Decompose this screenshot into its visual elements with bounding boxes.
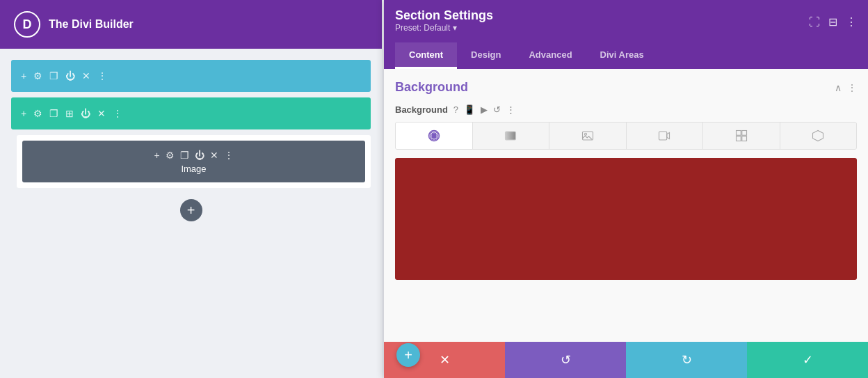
row-add-icon[interactable]: + [21, 108, 26, 119]
bg-type-gradient[interactable] [473, 123, 550, 149]
module-settings-icon[interactable]: ⚙ [166, 150, 175, 161]
svg-rect-6 [736, 131, 741, 136]
bg-type-color[interactable] [396, 123, 473, 149]
fullscreen-icon[interactable]: ⛶ [809, 16, 820, 29]
save-button[interactable]: ✓ [747, 342, 868, 378]
bg-help-icon[interactable]: ? [453, 104, 458, 115]
bg-label-row: Background ? 📱 ▶ ↺ ⋮ [395, 104, 857, 115]
section-settings-icon[interactable]: ⚙ [33, 70, 42, 81]
bg-type-tabs [395, 122, 857, 150]
collapse-icon[interactable]: ∧ [835, 82, 842, 93]
module-power-icon[interactable]: ⏻ [195, 150, 204, 161]
row-settings-icon[interactable]: ⚙ [33, 108, 42, 119]
bg-type-mask[interactable] [780, 123, 857, 149]
builder-content: + ⚙ ❐ ⏻ ✕ ⋮ + ⚙ ❐ ⊞ ⏻ ✕ ⋮ + ⚙ ❐ ⏻ [0, 49, 382, 378]
divi-builder-panel: D The Divi Builder + ⚙ ❐ ⏻ ✕ ⋮ + ⚙ ❐ ⊞ ⏻… [0, 0, 382, 378]
svg-rect-5 [659, 132, 667, 140]
divi-logo[interactable]: D [14, 11, 40, 38]
divi-builder-title: The Divi Builder [49, 18, 134, 31]
module-duplicate-icon[interactable]: ❐ [180, 150, 189, 161]
redo-icon: ↻ [682, 352, 692, 368]
divi-header: D The Divi Builder [0, 0, 382, 49]
bg-type-image[interactable] [549, 123, 627, 149]
row-columns-icon[interactable]: ⊞ [65, 108, 74, 119]
redo-button[interactable]: ↻ [626, 342, 747, 378]
settings-footer: ✕ ↺ ↻ ✓ [384, 342, 868, 378]
add-module-button[interactable]: + [180, 199, 202, 221]
bg-mobile-icon[interactable]: 📱 [464, 104, 475, 115]
module-more-icon[interactable]: ⋮ [224, 150, 234, 161]
svg-rect-2 [506, 132, 516, 140]
background-title: Background [395, 80, 468, 95]
module-label: Image [181, 164, 206, 174]
section-duplicate-icon[interactable]: ❐ [49, 70, 58, 81]
row-delete-icon[interactable]: ✕ [97, 108, 106, 119]
section-power-icon[interactable]: ⏻ [65, 70, 75, 81]
module-bar[interactable]: + ⚙ ❐ ⏻ ✕ ⋮ Image [22, 141, 365, 182]
tab-design[interactable]: Design [457, 42, 515, 69]
module-container: + ⚙ ❐ ⏻ ✕ ⋮ Image [17, 135, 371, 188]
svg-point-4 [584, 133, 586, 135]
settings-header-top: Section Settings Preset: Default ▾ ⛶ ⊟ ⋮ [395, 8, 857, 40]
cancel-icon: ✕ [440, 352, 450, 368]
color-preview[interactable] [395, 158, 857, 280]
section-bar[interactable]: + ⚙ ❐ ⏻ ✕ ⋮ [11, 60, 371, 92]
save-icon: ✓ [803, 352, 813, 368]
tab-divi-areas[interactable]: Divi Areas [586, 42, 658, 69]
tab-advanced[interactable]: Advanced [515, 42, 586, 69]
row-duplicate-icon[interactable]: ❐ [49, 108, 58, 119]
undo-button[interactable]: ↺ [505, 342, 626, 378]
tab-content[interactable]: Content [395, 42, 457, 69]
bg-type-video[interactable] [627, 123, 704, 149]
section-more-icon[interactable]: ⋮ [97, 70, 107, 81]
row-power-icon[interactable]: ⏻ [81, 108, 90, 119]
svg-rect-1 [431, 135, 437, 137]
bg-options-icon[interactable]: ⋮ [506, 104, 515, 115]
module-delete-icon[interactable]: ✕ [210, 150, 218, 161]
svg-rect-9 [742, 136, 747, 141]
bg-type-pattern[interactable] [703, 123, 780, 149]
section-delete-icon[interactable]: ✕ [82, 70, 90, 81]
settings-body: Background ∧ ⋮ Background ? 📱 ▶ ↺ ⋮ [384, 69, 868, 342]
columns-view-icon[interactable]: ⊟ [828, 15, 837, 29]
bg-cursor-icon[interactable]: ▶ [481, 104, 488, 115]
bg-label: Background [395, 104, 448, 115]
undo-icon: ↺ [561, 352, 571, 368]
svg-rect-8 [736, 136, 741, 141]
settings-tabs: Content Design Advanced Divi Areas [395, 40, 857, 69]
background-section-heading: Background ∧ ⋮ [395, 80, 857, 95]
row-more-icon[interactable]: ⋮ [113, 108, 122, 119]
row-bar[interactable]: + ⚙ ❐ ⊞ ⏻ ✕ ⋮ [11, 97, 371, 129]
settings-header-icons: ⛶ ⊟ ⋮ [809, 15, 857, 29]
section-heading-controls: ∧ ⋮ [835, 82, 857, 93]
settings-preset[interactable]: Preset: Default ▾ [395, 23, 493, 36]
bg-undo-icon[interactable]: ↺ [493, 104, 501, 115]
module-icons-row: + ⚙ ❐ ⏻ ✕ ⋮ [154, 150, 233, 161]
settings-title-block: Section Settings Preset: Default ▾ [395, 8, 493, 36]
section-add-icon[interactable]: + [21, 70, 26, 81]
section-more-icon[interactable]: ⋮ [847, 82, 857, 93]
settings-header: Section Settings Preset: Default ▾ ⛶ ⊟ ⋮… [384, 0, 868, 69]
floating-add-button[interactable]: + [396, 343, 420, 367]
module-add-icon[interactable]: + [154, 150, 159, 161]
section-settings-panel: Section Settings Preset: Default ▾ ⛶ ⊟ ⋮… [384, 0, 868, 378]
more-options-icon[interactable]: ⋮ [846, 15, 857, 29]
settings-title: Section Settings [395, 8, 493, 23]
svg-rect-7 [742, 131, 747, 136]
